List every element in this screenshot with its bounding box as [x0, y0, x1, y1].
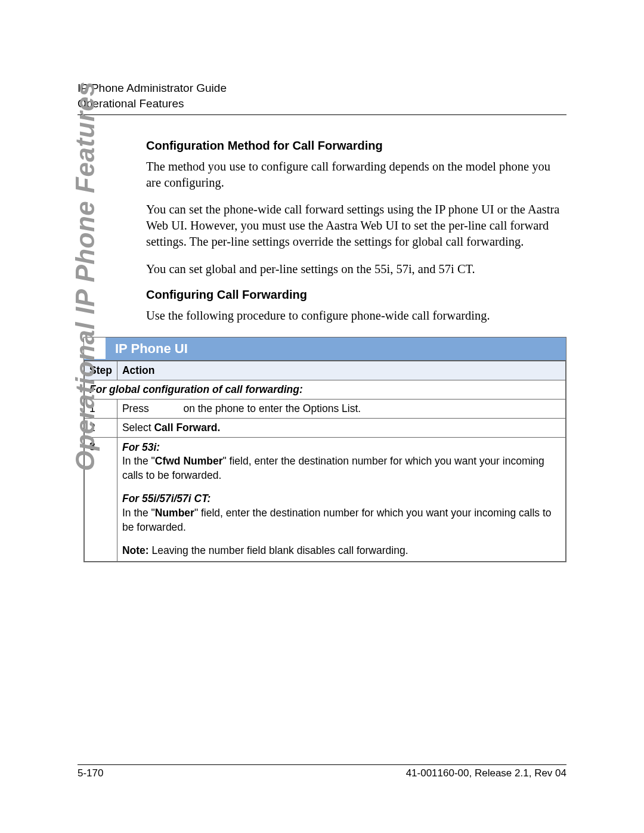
text: In the " [122, 455, 155, 467]
procedure-title: IP Phone UI [106, 337, 566, 360]
field-name: Number [155, 507, 194, 519]
side-section-label: Operational IP Phone Features [70, 82, 100, 471]
page-header: IP Phone Administrator Guide Operational… [78, 80, 566, 115]
step-action: For 53i: In the "Cfwd Number" field, ent… [117, 437, 565, 561]
note-text: Leaving the number field blank disables … [149, 544, 408, 556]
step-action: Select Call Forward. [117, 418, 565, 437]
step-action: Press on the phone to enter the Options … [117, 399, 565, 418]
header-line-2: Operational Features [78, 96, 566, 112]
model-label: For 55i/57i/57i CT: [122, 492, 561, 506]
page-footer: 5-170 41-001160-00, Release 2.1, Rev 04 [78, 764, 566, 779]
section-title-configuring: Configuring Call Forwarding [146, 288, 566, 302]
header-line-1: IP Phone Administrator Guide [78, 80, 566, 96]
field-name: Cfwd Number [155, 455, 223, 467]
instruction-line: In the "Cfwd Number" field, enter the de… [122, 454, 561, 482]
table-row: 3 For 53i: In the "Cfwd Number" field, e… [85, 437, 566, 561]
text: In the " [122, 507, 155, 519]
table-subheader-row: For global configuration of call forward… [85, 380, 566, 399]
table-row: 2 Select Call Forward. [85, 418, 566, 437]
paragraph: Use the following procedure to configure… [146, 308, 566, 324]
footer-doc-id: 41-001160-00, Release 2.1, Rev 04 [406, 767, 566, 779]
note-label: Note: [122, 544, 149, 556]
text: Select [122, 422, 154, 433]
note-line: Note: Leaving the number field blank dis… [122, 544, 561, 558]
subheader-cell: For global configuration of call forward… [85, 380, 566, 399]
section-title-config-method: Configuration Method for Call Forwarding [146, 139, 566, 153]
paragraph: You can set global and per-line settings… [146, 261, 566, 277]
main-content: Configuration Method for Call Forwarding… [146, 139, 566, 323]
steps-table: Step Action For global configuration of … [84, 361, 566, 562]
text: Press [122, 402, 149, 414]
paragraph: The method you use to configure call for… [146, 159, 566, 191]
procedure-box: IP Phone UI Step Action For global confi… [83, 337, 566, 562]
table-row: 1 Press on the phone to enter the Option… [85, 399, 566, 418]
table-header-row: Step Action [85, 361, 566, 380]
col-header-action: Action [117, 361, 565, 380]
footer-page-number: 5-170 [78, 767, 103, 779]
instruction-line: In the "Number" field, enter the destina… [122, 506, 561, 534]
procedure-header: IP Phone UI [84, 337, 566, 361]
document-page: IP Phone Administrator Guide Operational… [0, 0, 644, 833]
paragraph: You can set the phone-wide call forward … [146, 202, 566, 250]
model-label: For 53i: [122, 441, 561, 455]
text: on the phone to enter the Options List. [183, 402, 361, 414]
bold-text: Call Forward. [154, 422, 220, 433]
